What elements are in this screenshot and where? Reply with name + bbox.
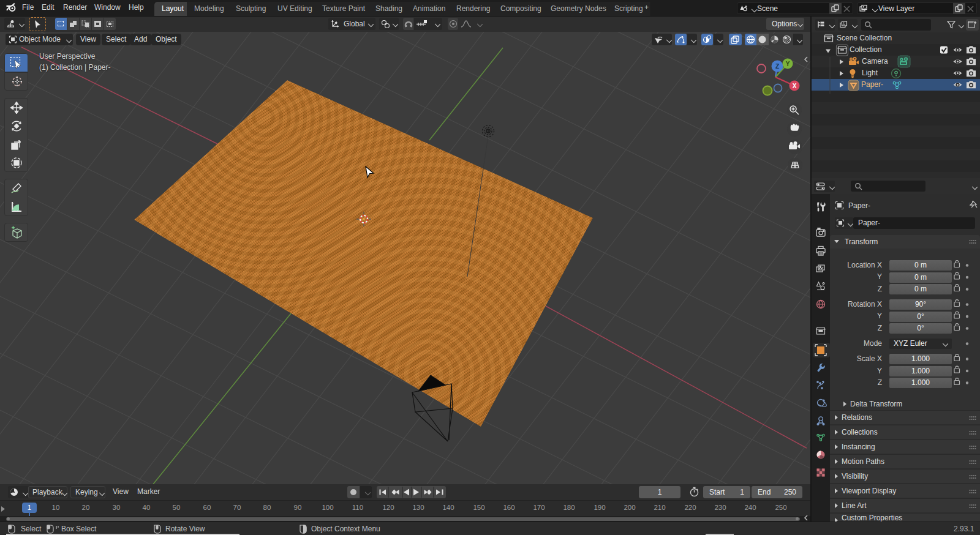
svg-text:Y: Y <box>786 61 790 67</box>
svg-text:X: X <box>793 83 797 89</box>
svg-text:Z: Z <box>775 63 779 70</box>
